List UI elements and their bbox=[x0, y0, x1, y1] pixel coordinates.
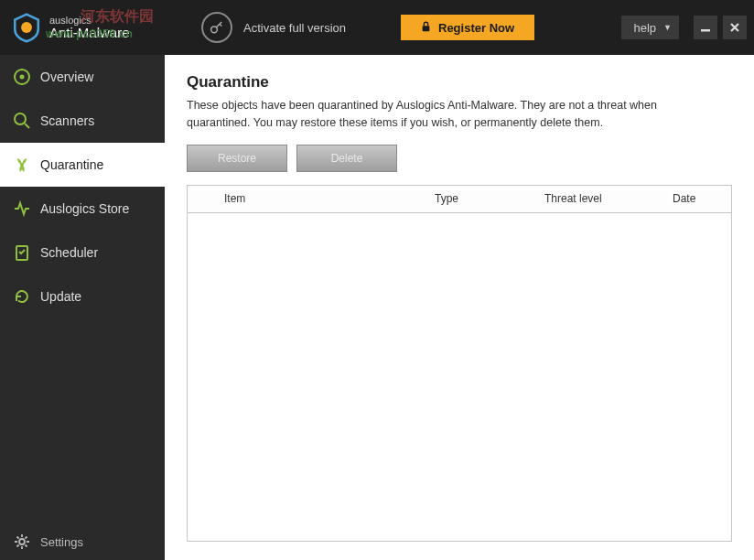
sidebar-item-label: Scanners bbox=[40, 113, 94, 128]
svg-point-9 bbox=[19, 539, 25, 544]
logo-area: auslogics Anti-Malware 河东软件园 www.pc0359.… bbox=[0, 0, 165, 55]
activate-area: Activate full version bbox=[201, 12, 346, 43]
product-label: Anti-Malware bbox=[49, 26, 130, 41]
sidebar-item-overview[interactable]: Overview bbox=[0, 55, 165, 99]
register-label: Register Now bbox=[438, 21, 514, 35]
column-threat[interactable]: Threat level bbox=[544, 192, 654, 205]
sidebar-item-label: Overview bbox=[40, 70, 93, 84]
app-logo-icon bbox=[11, 12, 42, 43]
page-description: These objects have been quarantined by A… bbox=[187, 97, 717, 132]
help-label: help bbox=[634, 21, 657, 35]
brand-label: auslogics bbox=[49, 15, 130, 26]
register-button[interactable]: Register Now bbox=[401, 15, 534, 40]
sidebar-item-scanners[interactable]: Scanners bbox=[0, 99, 165, 143]
minimize-button[interactable] bbox=[694, 16, 717, 39]
help-dropdown[interactable]: help ▼ bbox=[621, 16, 680, 39]
pulse-icon bbox=[13, 199, 31, 218]
key-icon bbox=[201, 12, 232, 43]
sidebar-item-quarantine[interactable]: Quarantine bbox=[0, 143, 165, 187]
svg-point-5 bbox=[20, 75, 25, 80]
table-body bbox=[188, 213, 731, 542]
sidebar-item-store[interactable]: Auslogics Store bbox=[0, 187, 165, 231]
sidebar-item-update[interactable]: Update bbox=[0, 275, 165, 318]
column-date[interactable]: Date bbox=[654, 192, 731, 205]
column-type[interactable]: Type bbox=[435, 192, 544, 205]
title-bar: auslogics Anti-Malware 河东软件园 www.pc0359.… bbox=[0, 0, 754, 55]
delete-button[interactable]: Delete bbox=[296, 145, 397, 172]
quarantine-table: Item Type Threat level Date bbox=[187, 185, 732, 543]
activate-label[interactable]: Activate full version bbox=[243, 21, 346, 35]
settings-label: Settings bbox=[40, 535, 83, 549]
search-icon bbox=[13, 112, 31, 130]
sidebar: Overview Scanners Quarantine Auslogics S… bbox=[0, 55, 165, 560]
svg-point-6 bbox=[15, 113, 26, 124]
restore-button[interactable]: Restore bbox=[187, 145, 287, 172]
column-item[interactable]: Item bbox=[188, 192, 435, 205]
biohazard-icon bbox=[13, 156, 31, 174]
svg-point-0 bbox=[21, 22, 32, 33]
sidebar-item-label: Auslogics Store bbox=[40, 201, 129, 216]
sidebar-item-label: Update bbox=[40, 289, 81, 304]
table-header: Item Type Threat level Date bbox=[188, 186, 731, 213]
refresh-icon bbox=[13, 287, 31, 306]
svg-rect-3 bbox=[701, 29, 710, 32]
sidebar-item-label: Quarantine bbox=[40, 157, 103, 172]
target-icon bbox=[13, 68, 31, 86]
sidebar-item-scheduler[interactable]: Scheduler bbox=[0, 231, 165, 275]
gear-icon bbox=[13, 533, 31, 551]
action-buttons: Restore Delete bbox=[187, 145, 732, 172]
main-content: Quarantine These objects have been quara… bbox=[165, 55, 754, 560]
svg-rect-2 bbox=[423, 26, 430, 31]
close-button[interactable] bbox=[723, 16, 747, 39]
chevron-down-icon: ▼ bbox=[663, 23, 672, 32]
sidebar-item-settings[interactable]: Settings bbox=[0, 523, 165, 560]
lock-icon bbox=[421, 21, 431, 35]
page-title: Quarantine bbox=[187, 73, 732, 92]
clipboard-icon bbox=[13, 243, 31, 262]
sidebar-item-label: Scheduler bbox=[40, 245, 98, 260]
